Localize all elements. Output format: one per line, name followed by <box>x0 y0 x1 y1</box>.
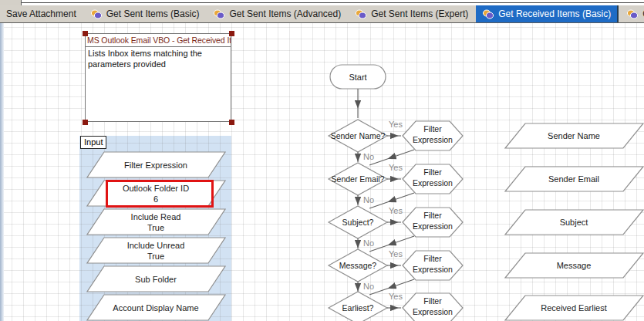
data-item-label: Message <box>557 261 592 270</box>
decision-label: Sender Email? <box>332 174 385 184</box>
yes-label: Yes <box>389 163 403 172</box>
no-label: No <box>363 195 374 204</box>
start-label: Start <box>349 73 366 82</box>
selection-handle-top-right[interactable] <box>229 31 234 36</box>
selection-handle-top-left[interactable] <box>83 31 88 36</box>
data-item-label: Received Earliest <box>541 303 607 313</box>
decision-label: Earliest? <box>342 303 374 313</box>
yes-label: Yes <box>389 292 403 301</box>
calc-label-line2: Expression <box>413 307 453 316</box>
data-item-value: True <box>147 252 164 261</box>
calc-label-line1: Filter <box>423 124 442 133</box>
calc-label-line1: Filter <box>423 211 442 220</box>
selection-handle-bottom-right[interactable] <box>229 120 234 125</box>
data-item-label: Filter Expression <box>124 160 187 170</box>
calc-label-line2: Expression <box>413 265 453 274</box>
no-label: No <box>363 282 374 291</box>
flow-row-subject: Subject Subject? Yes Filter Expression N… <box>329 206 643 252</box>
decision-label: Message? <box>339 261 377 270</box>
yes-label: Yes <box>389 249 403 258</box>
data-item-label: Include Unread <box>127 241 185 250</box>
no-label: No <box>363 238 374 248</box>
data-item-label: Account Display Name <box>113 303 198 313</box>
data-item-label: Sender Email <box>548 174 599 184</box>
calc-label-line2: Expression <box>413 221 453 231</box>
flow-row-message: Message Message? Yes Filter Expression N… <box>329 249 643 295</box>
note-body: Lists Inbox items matching the parameter… <box>86 47 231 70</box>
data-item-label: Sub Folder <box>135 275 177 284</box>
no-label: No <box>363 152 374 161</box>
selection-handle-bottom-left[interactable] <box>83 120 88 125</box>
input-group-label: Input <box>80 136 106 149</box>
data-item-label: Subject <box>560 218 588 227</box>
data-item-label: Include Read <box>131 212 181 221</box>
calc-label-line2: Expression <box>413 135 453 144</box>
calc-label-line1: Filter <box>423 296 442 306</box>
data-item-label: Sender Name <box>548 131 600 140</box>
calc-label-line1: Filter <box>423 167 442 177</box>
highlight-outlook-folder-id <box>106 180 214 208</box>
calc-label-line2: Expression <box>413 178 453 188</box>
data-item-value: True <box>147 223 164 232</box>
input-items-group: Filter Expression Outlook Folder ID 6 In… <box>87 152 225 320</box>
yes-label: Yes <box>389 120 403 129</box>
flow-row-earliest: Received Earliest Earliest? Yes Filter E… <box>329 292 643 321</box>
yes-label: Yes <box>389 206 403 215</box>
decision-label: Subject? <box>342 218 374 227</box>
decision-label: Sender Name? <box>331 131 386 140</box>
note-stage[interactable]: MS Outlook Email VBO - Get Received It L… <box>85 33 231 122</box>
flow-row-sender-email: Sender Email Sender Email? Yes Filter Ex… <box>329 163 643 208</box>
calc-label-line1: Filter <box>423 254 442 263</box>
flow-row-sender-name: Sender Name Sender Name? Yes Filter Expr… <box>329 120 643 165</box>
process-studio-window: Save Attachment Get Sent Items (Basic) G… <box>0 0 644 321</box>
note-title: MS Outlook Email VBO - Get Received It <box>86 34 231 47</box>
